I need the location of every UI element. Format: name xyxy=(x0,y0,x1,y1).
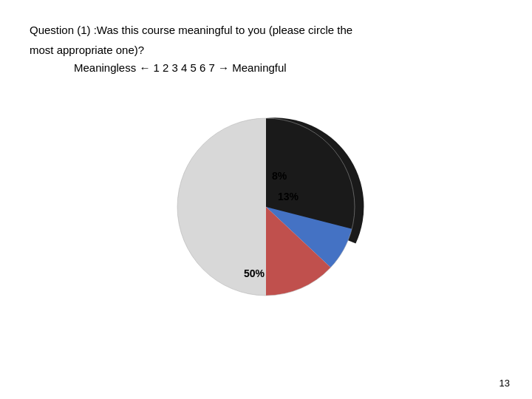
scale-line: Meaningless ← 1 2 3 4 5 6 7 → Meaningful xyxy=(74,61,502,74)
question-line2: most appropriate one)? xyxy=(30,42,502,59)
page-content: Question (1) :Was this course meaningful… xyxy=(0,0,532,89)
pie-container: 8% 13% 50% xyxy=(155,103,377,310)
label-50pct: 50% xyxy=(244,267,265,279)
question-line1: Question (1) :Was this course meaningful… xyxy=(30,22,502,39)
chart-area: 8% 13% 50% xyxy=(0,103,532,310)
label-13pct: 13% xyxy=(278,191,299,202)
label-8pct: 8% xyxy=(272,170,287,182)
page-number: 13 xyxy=(499,378,510,389)
pie-chart-svg xyxy=(155,103,377,310)
